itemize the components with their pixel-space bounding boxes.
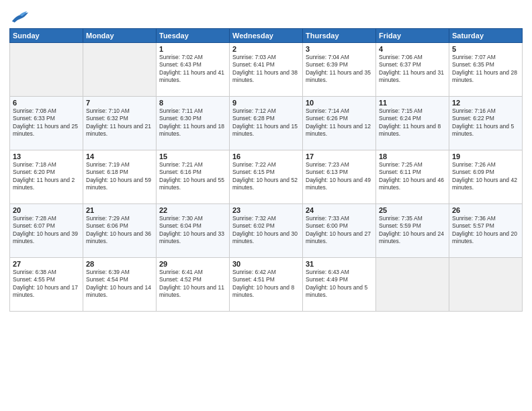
calendar-cell: 13Sunrise: 7:18 AM Sunset: 6:20 PM Dayli… — [10, 150, 83, 204]
calendar-cell: 18Sunrise: 7:25 AM Sunset: 6:11 PM Dayli… — [376, 150, 449, 204]
day-info: Sunrise: 7:03 AM Sunset: 6:41 PM Dayligh… — [232, 54, 300, 85]
day-info: Sunrise: 7:25 AM Sunset: 6:11 PM Dayligh… — [379, 161, 446, 192]
calendar-table: SundayMondayTuesdayWednesdayThursdayFrid… — [9, 28, 523, 312]
calendar-cell: 3Sunrise: 7:04 AM Sunset: 6:39 PM Daylig… — [303, 43, 376, 97]
day-info: Sunrise: 7:30 AM Sunset: 6:04 PM Dayligh… — [159, 215, 226, 246]
week-row-4: 20Sunrise: 7:28 AM Sunset: 6:07 PM Dayli… — [10, 204, 523, 258]
calendar-cell: 2Sunrise: 7:03 AM Sunset: 6:41 PM Daylig… — [230, 43, 303, 97]
calendar-cell: 23Sunrise: 7:32 AM Sunset: 6:02 PM Dayli… — [230, 204, 303, 258]
day-number: 18 — [379, 152, 446, 161]
calendar-cell — [449, 258, 523, 312]
day-number: 13 — [13, 152, 80, 161]
day-info: Sunrise: 7:10 AM Sunset: 6:32 PM Dayligh… — [86, 107, 153, 138]
day-info: Sunrise: 7:02 AM Sunset: 6:43 PM Dayligh… — [159, 54, 226, 85]
weekday-header-tuesday: Tuesday — [157, 29, 230, 43]
week-row-1: 1Sunrise: 7:02 AM Sunset: 6:43 PM Daylig… — [10, 43, 523, 97]
day-info: Sunrise: 7:26 AM Sunset: 6:09 PM Dayligh… — [452, 161, 519, 192]
day-number: 19 — [452, 152, 519, 161]
day-number: 15 — [159, 152, 226, 161]
weekday-header-wednesday: Wednesday — [230, 29, 303, 43]
day-info: Sunrise: 7:28 AM Sunset: 6:07 PM Dayligh… — [13, 215, 80, 246]
day-number: 1 — [159, 45, 226, 53]
day-number: 14 — [86, 152, 153, 161]
calendar-cell: 27Sunrise: 6:38 AM Sunset: 4:55 PM Dayli… — [10, 258, 83, 312]
day-info: Sunrise: 7:32 AM Sunset: 6:02 PM Dayligh… — [232, 215, 300, 246]
day-info: Sunrise: 7:04 AM Sunset: 6:39 PM Dayligh… — [306, 54, 373, 85]
day-info: Sunrise: 6:43 AM Sunset: 4:49 PM Dayligh… — [306, 269, 373, 300]
day-number: 5 — [452, 45, 519, 53]
weekday-header-friday: Friday — [376, 29, 449, 43]
day-info: Sunrise: 7:19 AM Sunset: 6:18 PM Dayligh… — [86, 161, 153, 192]
calendar-cell — [10, 43, 83, 97]
week-row-3: 13Sunrise: 7:18 AM Sunset: 6:20 PM Dayli… — [10, 150, 523, 204]
day-number: 31 — [306, 260, 373, 268]
week-row-5: 27Sunrise: 6:38 AM Sunset: 4:55 PM Dayli… — [10, 258, 523, 312]
day-info: Sunrise: 7:15 AM Sunset: 6:24 PM Dayligh… — [379, 107, 446, 138]
day-number: 20 — [13, 206, 80, 214]
calendar-cell: 28Sunrise: 6:39 AM Sunset: 4:54 PM Dayli… — [83, 258, 157, 312]
day-info: Sunrise: 7:16 AM Sunset: 6:22 PM Dayligh… — [452, 107, 519, 138]
calendar-cell: 30Sunrise: 6:42 AM Sunset: 4:51 PM Dayli… — [230, 258, 303, 312]
day-info: Sunrise: 7:12 AM Sunset: 6:28 PM Dayligh… — [232, 107, 300, 138]
calendar-cell: 29Sunrise: 6:41 AM Sunset: 4:52 PM Dayli… — [157, 258, 230, 312]
day-number: 22 — [159, 206, 226, 214]
calendar-cell: 26Sunrise: 7:36 AM Sunset: 5:57 PM Dayli… — [449, 204, 523, 258]
calendar-cell: 24Sunrise: 7:33 AM Sunset: 6:00 PM Dayli… — [303, 204, 376, 258]
calendar-cell: 9Sunrise: 7:12 AM Sunset: 6:28 PM Daylig… — [230, 97, 303, 150]
day-info: Sunrise: 7:07 AM Sunset: 6:35 PM Dayligh… — [452, 54, 519, 85]
day-info: Sunrise: 6:39 AM Sunset: 4:54 PM Dayligh… — [86, 269, 153, 300]
calendar-cell — [83, 43, 157, 97]
logo-bird-icon — [11, 9, 30, 26]
day-number: 28 — [86, 260, 153, 268]
header — [9, 7, 523, 26]
calendar-cell — [376, 258, 449, 312]
calendar-cell: 31Sunrise: 6:43 AM Sunset: 4:49 PM Dayli… — [303, 258, 376, 312]
day-info: Sunrise: 6:41 AM Sunset: 4:52 PM Dayligh… — [159, 269, 226, 300]
calendar-cell: 17Sunrise: 7:23 AM Sunset: 6:13 PM Dayli… — [303, 150, 376, 204]
day-info: Sunrise: 7:08 AM Sunset: 6:33 PM Dayligh… — [13, 107, 80, 138]
day-number: 17 — [306, 152, 373, 161]
calendar-cell: 8Sunrise: 7:11 AM Sunset: 6:30 PM Daylig… — [157, 97, 230, 150]
day-info: Sunrise: 7:06 AM Sunset: 6:37 PM Dayligh… — [379, 54, 446, 85]
calendar-cell: 6Sunrise: 7:08 AM Sunset: 6:33 PM Daylig… — [10, 97, 83, 150]
day-number: 4 — [379, 45, 446, 53]
calendar-cell: 5Sunrise: 7:07 AM Sunset: 6:35 PM Daylig… — [449, 43, 523, 97]
weekday-header-saturday: Saturday — [449, 29, 523, 43]
calendar-cell: 1Sunrise: 7:02 AM Sunset: 6:43 PM Daylig… — [157, 43, 230, 97]
day-info: Sunrise: 7:23 AM Sunset: 6:13 PM Dayligh… — [306, 161, 373, 192]
weekday-header-row: SundayMondayTuesdayWednesdayThursdayFrid… — [10, 29, 523, 43]
day-number: 6 — [13, 99, 80, 107]
day-number: 21 — [86, 206, 153, 214]
day-info: Sunrise: 7:36 AM Sunset: 5:57 PM Dayligh… — [452, 215, 519, 246]
day-number: 26 — [452, 206, 519, 214]
day-number: 7 — [86, 99, 153, 107]
day-number: 12 — [452, 99, 519, 107]
weekday-header-sunday: Sunday — [10, 29, 83, 43]
calendar-cell: 22Sunrise: 7:30 AM Sunset: 6:04 PM Dayli… — [157, 204, 230, 258]
day-info: Sunrise: 7:33 AM Sunset: 6:00 PM Dayligh… — [306, 215, 373, 246]
weekday-header-monday: Monday — [83, 29, 157, 43]
day-number: 30 — [232, 260, 300, 268]
calendar-cell: 10Sunrise: 7:14 AM Sunset: 6:26 PM Dayli… — [303, 97, 376, 150]
day-number: 8 — [159, 99, 226, 107]
day-info: Sunrise: 7:29 AM Sunset: 6:06 PM Dayligh… — [86, 215, 153, 246]
calendar-cell: 7Sunrise: 7:10 AM Sunset: 6:32 PM Daylig… — [83, 97, 157, 150]
calendar-cell: 15Sunrise: 7:21 AM Sunset: 6:16 PM Dayli… — [157, 150, 230, 204]
calendar-cell: 4Sunrise: 7:06 AM Sunset: 6:37 PM Daylig… — [376, 43, 449, 97]
day-info: Sunrise: 7:22 AM Sunset: 6:15 PM Dayligh… — [232, 161, 300, 192]
day-number: 3 — [306, 45, 373, 53]
day-number: 10 — [306, 99, 373, 107]
logo — [9, 9, 30, 26]
day-info: Sunrise: 7:14 AM Sunset: 6:26 PM Dayligh… — [306, 107, 373, 138]
calendar-cell: 19Sunrise: 7:26 AM Sunset: 6:09 PM Dayli… — [449, 150, 523, 204]
page: SundayMondayTuesdayWednesdayThursdayFrid… — [0, 0, 532, 317]
day-number: 23 — [232, 206, 300, 214]
calendar-cell: 16Sunrise: 7:22 AM Sunset: 6:15 PM Dayli… — [230, 150, 303, 204]
day-number: 11 — [379, 99, 446, 107]
calendar-cell: 12Sunrise: 7:16 AM Sunset: 6:22 PM Dayli… — [449, 97, 523, 150]
calendar-cell: 14Sunrise: 7:19 AM Sunset: 6:18 PM Dayli… — [83, 150, 157, 204]
day-number: 25 — [379, 206, 446, 214]
week-row-2: 6Sunrise: 7:08 AM Sunset: 6:33 PM Daylig… — [10, 97, 523, 150]
day-number: 27 — [13, 260, 80, 268]
day-info: Sunrise: 7:35 AM Sunset: 5:59 PM Dayligh… — [379, 215, 446, 246]
